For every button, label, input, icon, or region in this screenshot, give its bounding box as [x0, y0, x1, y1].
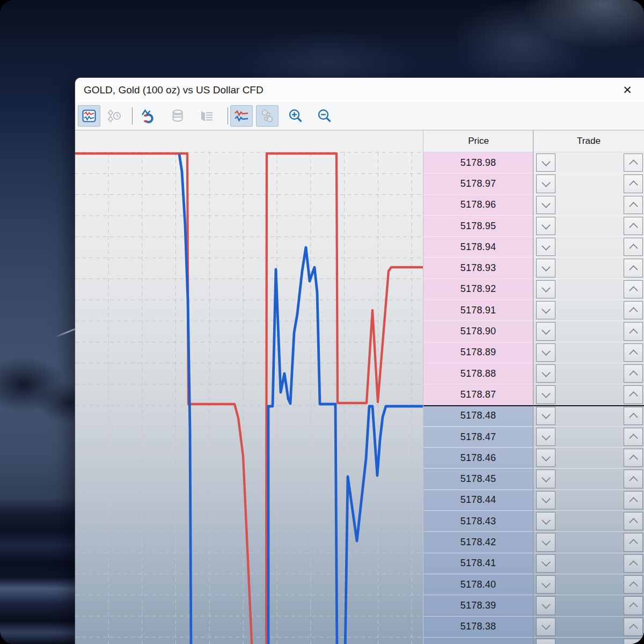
trade-up-button[interactable]: [624, 196, 643, 214]
chevron-down-icon: [541, 410, 551, 419]
chevron-up-icon: [629, 286, 638, 295]
trade-up-button[interactable]: [624, 153, 643, 172]
tick-lines-icon: [233, 108, 250, 124]
trade-down-button[interactable]: [536, 301, 555, 319]
ladder-row: 5178.95: [423, 216, 644, 237]
tick-chart-window-button[interactable]: [78, 105, 100, 127]
chevron-up-icon: [629, 624, 638, 633]
zoom-in-button[interactable]: [284, 105, 307, 127]
toolbar-separator: [228, 107, 228, 125]
trade-up-button[interactable]: [624, 639, 643, 644]
chevron-up-icon: [629, 560, 638, 569]
trade-up-button[interactable]: [624, 238, 643, 256]
trade-down-button[interactable]: [536, 491, 555, 509]
trade-down-button[interactable]: [536, 618, 555, 636]
trade-up-button[interactable]: [624, 554, 643, 573]
chevron-up-icon: [629, 159, 638, 169]
bid-line: [179, 154, 423, 644]
trade-down-button[interactable]: [536, 428, 555, 446]
trade-down-button[interactable]: [536, 407, 555, 425]
trade-up-button[interactable]: [624, 491, 643, 509]
title-bar[interactable]: GOLD, Gold (100 oz) vs US Dollar CFD ✕: [75, 78, 644, 103]
mt5-magnet-button[interactable]: [137, 105, 160, 127]
trade-up-button[interactable]: [624, 470, 643, 488]
price-cell: 5178.92: [423, 279, 533, 299]
trade-up-button[interactable]: [624, 364, 643, 383]
mt5-magnet-icon: [141, 108, 157, 124]
toolbar: [75, 102, 644, 130]
chevron-down-icon: [541, 305, 551, 314]
trade-down-button[interactable]: [536, 449, 555, 467]
column-divider: [533, 130, 533, 644]
chevron-up-icon: [629, 413, 638, 422]
trade-down-button[interactable]: [536, 343, 555, 362]
zoom-out-button[interactable]: [313, 105, 336, 127]
trade-up-button[interactable]: [624, 618, 643, 636]
trade-down-button[interactable]: [536, 280, 555, 298]
price-cell: 5178.88: [423, 363, 533, 384]
ladder-rows: 5178.985178.975178.965178.955178.945178.…: [423, 152, 644, 644]
chevron-up-icon: [629, 476, 638, 485]
chevron-down-icon: [541, 389, 551, 398]
trade-down-button[interactable]: [536, 533, 555, 551]
trade-down-button[interactable]: [536, 364, 555, 383]
trade-up-button[interactable]: [624, 385, 643, 404]
chevron-up-icon: [629, 539, 638, 548]
trade-up-button[interactable]: [624, 428, 643, 446]
trade-up-button[interactable]: [624, 596, 643, 614]
trade-up-button[interactable]: [624, 217, 643, 235]
trade-down-button[interactable]: [536, 238, 555, 256]
trade-up-button[interactable]: [624, 449, 643, 467]
trade-down-button[interactable]: [536, 470, 555, 488]
chevron-up-icon: [629, 244, 638, 253]
trade-down-button[interactable]: [536, 512, 555, 530]
chevron-down-icon: [541, 347, 551, 356]
ladder-row: 5178.39: [423, 595, 644, 616]
trade-down-button[interactable]: [536, 174, 555, 193]
ladder-row: 5178.97: [423, 173, 644, 194]
ladder-row: [423, 638, 644, 644]
depth-cylinder-icon: [170, 108, 186, 124]
ladder-row: 5178.98: [423, 152, 644, 173]
trade-up-button[interactable]: [624, 322, 643, 340]
trade-down-button[interactable]: [536, 575, 555, 594]
ladder-row: 5178.44: [423, 490, 644, 511]
tick-chart[interactable]: [75, 130, 423, 644]
ladder-row: 5178.91: [423, 300, 644, 321]
trade-up-button[interactable]: [624, 407, 643, 425]
trade-up-button[interactable]: [624, 533, 643, 551]
chevron-up-icon: [629, 202, 638, 211]
trade-up-button[interactable]: [624, 301, 643, 319]
trade-down-button[interactable]: [536, 153, 555, 172]
trade-down-button[interactable]: [536, 259, 555, 277]
tick-lines-button[interactable]: [230, 105, 253, 127]
trade-up-button[interactable]: [624, 174, 643, 193]
trade-down-button[interactable]: [536, 196, 555, 214]
trade-down-button[interactable]: [536, 217, 555, 235]
ask-line: [75, 153, 423, 644]
close-button[interactable]: ✕: [619, 82, 635, 98]
price-cell: 5178.46: [423, 448, 533, 468]
trade-up-button[interactable]: [624, 343, 643, 362]
trade-up-button[interactable]: [624, 575, 643, 594]
chevron-down-icon: [541, 178, 551, 187]
ladder-row: 5178.96: [423, 195, 644, 216]
trade-down-button[interactable]: [536, 322, 555, 340]
tick-chart-canvas: [75, 130, 423, 644]
trade-down-button[interactable]: [536, 596, 555, 614]
trade-up-button[interactable]: [624, 512, 643, 530]
trade-down-button[interactable]: [536, 639, 555, 644]
tick-chart-window-icon: [81, 108, 97, 124]
orders-list-button: [195, 105, 218, 127]
trade-down-button[interactable]: [536, 554, 555, 573]
ladder-row: 5178.88: [423, 363, 644, 384]
chevron-up-icon: [629, 307, 638, 316]
trade-down-button[interactable]: [536, 385, 555, 404]
chevron-down-icon: [541, 431, 551, 441]
ladder-row: 5178.45: [423, 469, 644, 489]
chevron-down-icon: [541, 241, 551, 251]
ladder-row: 5178.92: [423, 279, 644, 300]
chevron-down-icon: [541, 368, 551, 377]
trade-up-button[interactable]: [624, 259, 643, 277]
trade-up-button[interactable]: [624, 280, 643, 298]
